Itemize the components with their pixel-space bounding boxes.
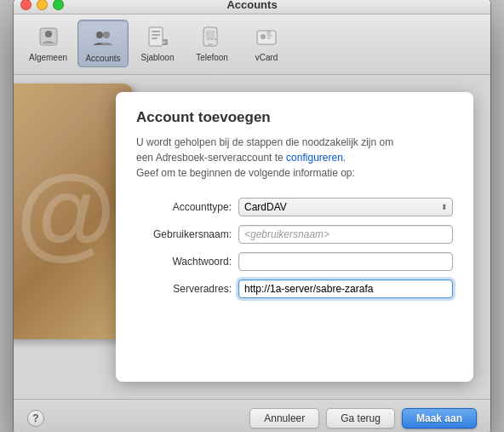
gebruikersnaam-row: Gebruikersnaam: [136,225,453,244]
algemeen-label: Algemeen [29,53,67,62]
vcard-icon: @ [253,23,280,50]
serveradres-input[interactable] [238,279,453,298]
wachtwoord-input[interactable] [238,252,453,271]
dialog-panel: Account toevoegen U wordt geholpen bij d… [116,92,473,382]
telefoon-label: Telefoon [196,53,228,62]
window-title: Accounts [226,0,277,11]
dialog-description: U wordt geholpen bij de stappen die nood… [136,135,453,181]
description-line1: U wordt geholpen bij de stappen die nood… [136,136,393,148]
svg-rect-4 [149,27,163,46]
main-window: Accounts Algemeen Acco [14,0,490,432]
bottom-bar: ? Annuleer Ga terug Maak aan [14,399,490,433]
close-button[interactable] [20,0,32,10]
window-controls [20,0,64,10]
accounttype-label: Accounttype: [136,201,238,213]
svg-rect-7 [152,37,158,39]
create-button[interactable]: Maak aan [402,408,477,429]
minimize-button[interactable] [37,0,48,10]
telefoon-icon [198,23,226,50]
toolbar-item-accounts[interactable]: Accounts [77,20,129,67]
algemeen-icon [35,23,62,50]
back-button[interactable]: Ga terug [326,408,395,429]
toolbar-item-vcard[interactable]: @ vCard [241,20,292,67]
wachtwoord-row: Wachtwoord: [136,252,453,271]
description-line2-post: . [343,152,346,164]
svg-rect-16 [267,35,272,37]
wachtwoord-label: Wachtwoord: [136,256,238,268]
svg-point-3 [103,32,110,38]
svg-point-2 [96,32,103,38]
serveradres-label: Serveradres: [136,283,238,295]
accounts-label: Accounts [85,54,120,63]
svg-rect-17 [267,37,271,39]
toolbar: Algemeen Accounts [14,14,490,75]
help-button[interactable]: ? [27,410,44,427]
vcard-label: vCard [255,53,278,62]
content-area: @ Account toevoegen U wordt geholpen bij… [14,75,490,399]
svg-rect-10 [206,31,215,39]
description-line2-pre: een Adresboek-serveraccount te [136,152,286,164]
maximize-button[interactable] [53,0,64,10]
svg-rect-9 [208,43,213,45]
cancel-button[interactable]: Annuleer [249,408,319,429]
bottom-buttons: Annuleer Ga terug Maak aan [249,408,477,429]
toolbar-item-sjabloon[interactable]: Sjabloon [132,20,183,67]
svg-point-13 [215,38,216,40]
svg-point-11 [208,38,209,40]
sjabloon-icon [144,23,171,50]
gebruikersnaam-input[interactable] [238,225,453,244]
svg-point-15 [261,34,266,39]
configure-link: configureren [286,152,343,164]
description-line3: Geef om te beginnen de volgende informat… [136,167,355,179]
gebruikersnaam-label: Gebruikersnaam: [136,228,238,240]
titlebar: Accounts [14,0,490,14]
svg-rect-5 [152,31,160,32]
book-cover: @ [14,84,133,339]
svg-point-12 [211,38,213,40]
toolbar-item-algemeen[interactable]: Algemeen [22,20,74,67]
accounttype-row: Accounttype: CardDAV Exchange LDAP ⬍ [136,198,453,216]
sjabloon-label: Sjabloon [141,53,175,62]
svg-text:@: @ [266,30,271,35]
dialog-title: Account toevoegen [136,109,453,126]
accounttype-select[interactable]: CardDAV Exchange LDAP [238,198,453,216]
accounttype-select-wrapper[interactable]: CardDAV Exchange LDAP ⬍ [238,198,453,216]
svg-point-1 [45,31,52,37]
at-symbol: @ [16,160,116,262]
serveradres-row: Serveradres: [136,279,453,298]
accounts-icon [89,24,117,51]
svg-rect-6 [152,34,160,36]
toolbar-item-telefoon[interactable]: Telefoon [186,20,238,67]
